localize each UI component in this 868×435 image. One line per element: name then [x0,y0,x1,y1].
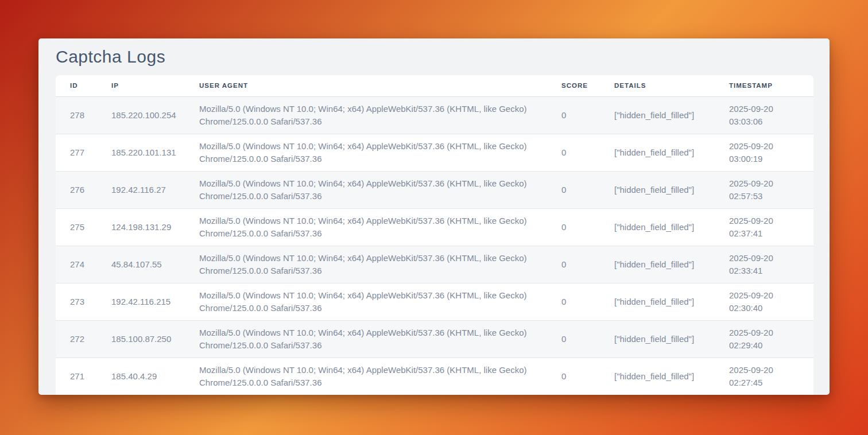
cell-id: 273 [56,283,111,321]
cell-score: 0 [561,358,614,395]
page-title: Captcha Logs [38,38,830,67]
cell-id: 278 [56,97,111,134]
table-row: 276192.42.116.27Mozilla/5.0 (Windows NT … [56,172,813,209]
cell-details: ["hidden_field_filled"] [614,97,729,134]
cell-details: ["hidden_field_filled"] [614,209,729,246]
column-header-score: SCORE [561,75,614,97]
cell-timestamp: 2025-09-20 02:29:40 [729,321,813,358]
column-header-id: ID [56,75,111,97]
cell-user_agent: Mozilla/5.0 (Windows NT 10.0; Win64; x64… [199,283,561,321]
cell-user_agent: Mozilla/5.0 (Windows NT 10.0; Win64; x64… [199,209,561,246]
cell-user_agent: Mozilla/5.0 (Windows NT 10.0; Win64; x64… [199,172,561,209]
table-row: 277185.220.101.131Mozilla/5.0 (Windows N… [56,134,813,172]
cell-details: ["hidden_field_filled"] [614,321,729,358]
cell-score: 0 [561,246,614,283]
cell-score: 0 [561,134,614,172]
cell-ip: 185.220.100.254 [111,97,199,134]
cell-ip: 192.42.116.215 [111,283,199,321]
cell-id: 275 [56,209,111,246]
table-header: IDIPUSER AGENTSCOREDETAILSTIMESTAMP [56,75,813,97]
cell-id: 271 [56,358,111,395]
logs-table: IDIPUSER AGENTSCOREDETAILSTIMESTAMP 2781… [56,75,813,395]
cell-score: 0 [561,321,614,358]
cell-details: ["hidden_field_filled"] [614,172,729,209]
table-body: 278185.220.100.254Mozilla/5.0 (Windows N… [56,97,813,395]
cell-id: 272 [56,321,111,358]
cell-id: 274 [56,246,111,283]
cell-details: ["hidden_field_filled"] [614,358,729,395]
cell-details: ["hidden_field_filled"] [614,134,729,172]
cell-ip: 185.40.4.29 [111,358,199,395]
cell-details: ["hidden_field_filled"] [614,283,729,321]
cell-ip: 45.84.107.55 [111,246,199,283]
cell-score: 0 [561,97,614,134]
cell-timestamp: 2025-09-20 02:33:41 [729,246,813,283]
cell-ip: 124.198.131.29 [111,209,199,246]
table-row: 271185.40.4.29Mozilla/5.0 (Windows NT 10… [56,358,813,395]
cell-timestamp: 2025-09-20 02:57:53 [729,172,813,209]
table-row: 273192.42.116.215Mozilla/5.0 (Windows NT… [56,283,813,321]
page-background: { "page": { "title": "Captcha Logs" }, "… [0,0,868,435]
column-header-details: DETAILS [614,75,729,97]
cell-user_agent: Mozilla/5.0 (Windows NT 10.0; Win64; x64… [199,321,561,358]
column-header-timestamp: TIMESTAMP [729,75,813,97]
cell-timestamp: 2025-09-20 02:30:40 [729,283,813,321]
cell-details: ["hidden_field_filled"] [614,246,729,283]
cell-id: 276 [56,172,111,209]
cell-user_agent: Mozilla/5.0 (Windows NT 10.0; Win64; x64… [199,358,561,395]
cell-ip: 185.100.87.250 [111,321,199,358]
cell-score: 0 [561,172,614,209]
cell-timestamp: 2025-09-20 03:03:06 [729,97,813,134]
cell-ip: 192.42.116.27 [111,172,199,209]
cell-user_agent: Mozilla/5.0 (Windows NT 10.0; Win64; x64… [199,97,561,134]
cell-score: 0 [561,209,614,246]
cell-id: 277 [56,134,111,172]
column-header-ip: IP [111,75,199,97]
table-header-row: IDIPUSER AGENTSCOREDETAILSTIMESTAMP [56,75,813,97]
cell-timestamp: 2025-09-20 03:00:19 [729,134,813,172]
captcha-logs-card: Captcha Logs IDIPUSER AGENTSCOREDETAILST… [38,38,830,395]
cell-score: 0 [561,283,614,321]
column-header-user_agent: USER AGENT [199,75,561,97]
table-row: 275124.198.131.29Mozilla/5.0 (Windows NT… [56,209,813,246]
cell-user_agent: Mozilla/5.0 (Windows NT 10.0; Win64; x64… [199,246,561,283]
logs-table-container: IDIPUSER AGENTSCOREDETAILSTIMESTAMP 2781… [56,75,813,395]
table-row: 27445.84.107.55Mozilla/5.0 (Windows NT 1… [56,246,813,283]
table-row: 278185.220.100.254Mozilla/5.0 (Windows N… [56,97,813,134]
cell-user_agent: Mozilla/5.0 (Windows NT 10.0; Win64; x64… [199,134,561,172]
cell-ip: 185.220.101.131 [111,134,199,172]
table-row: 272185.100.87.250Mozilla/5.0 (Windows NT… [56,321,813,358]
cell-timestamp: 2025-09-20 02:37:41 [729,209,813,246]
cell-timestamp: 2025-09-20 02:27:45 [729,358,813,395]
